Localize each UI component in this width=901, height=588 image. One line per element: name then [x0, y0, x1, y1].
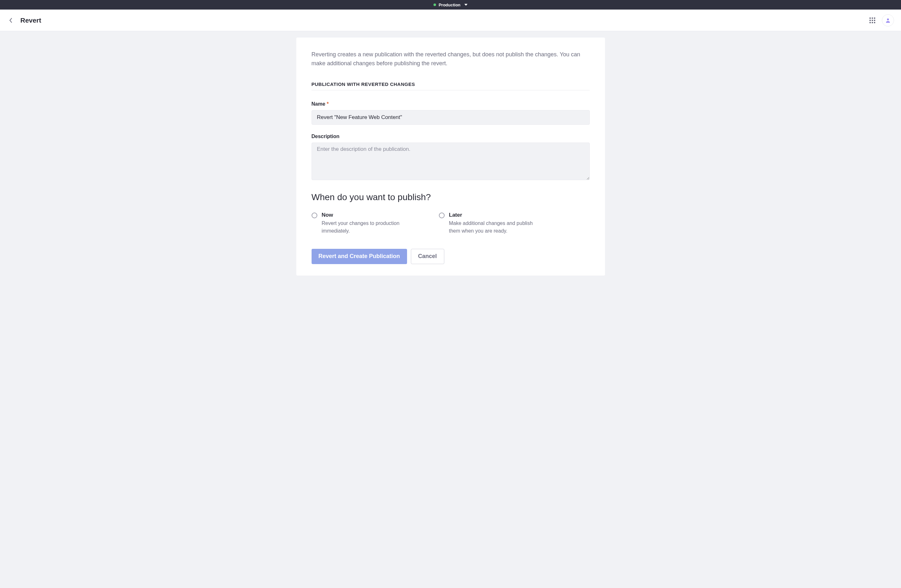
user-menu-button[interactable]: [882, 14, 894, 26]
name-label-text: Name: [312, 101, 326, 107]
required-mark: *: [327, 101, 329, 107]
cancel-button[interactable]: Cancel: [411, 249, 444, 264]
back-button[interactable]: [7, 17, 15, 24]
header-left: Revert: [7, 17, 41, 24]
name-label: Name *: [312, 101, 590, 107]
topbar: Production: [0, 0, 901, 9]
svg-rect-1: [872, 17, 873, 19]
header-right: [868, 14, 894, 26]
caret-down-icon: [465, 4, 468, 6]
form-actions: Revert and Create Publication Cancel: [312, 249, 590, 264]
main-content: Reverting creates a new publication with…: [0, 31, 901, 288]
description-textarea[interactable]: [312, 143, 590, 180]
name-input[interactable]: [312, 110, 590, 125]
publish-heading: When do you want to publish?: [312, 192, 590, 202]
section-header: PUBLICATION WITH REVERTED CHANGES: [312, 81, 590, 90]
page-header: Revert: [0, 9, 901, 31]
apps-grid-icon: [870, 17, 875, 23]
radio-now-text: Now Revert your changes to production im…: [322, 212, 410, 235]
svg-rect-4: [872, 20, 873, 21]
radio-now-input[interactable]: [312, 213, 317, 218]
page-title: Revert: [20, 17, 41, 24]
svg-rect-2: [874, 17, 875, 19]
radio-now-label: Now: [322, 212, 410, 218]
radio-later-label: Later: [449, 212, 538, 218]
svg-rect-3: [870, 20, 871, 21]
radio-later-input[interactable]: [439, 213, 444, 218]
svg-rect-7: [872, 22, 873, 23]
svg-point-9: [887, 19, 889, 20]
description-field-group: Description: [312, 134, 590, 181]
publish-radio-group: Now Revert your changes to production im…: [312, 212, 590, 235]
radio-now-desc: Revert your changes to production immedi…: [322, 219, 410, 235]
revert-create-button[interactable]: Revert and Create Publication: [312, 249, 407, 264]
svg-rect-6: [870, 22, 871, 23]
svg-rect-0: [870, 17, 871, 19]
intro-text: Reverting creates a new publication with…: [312, 50, 590, 68]
env-label: Production: [438, 3, 460, 7]
chevron-left-icon: [9, 18, 12, 23]
radio-later-desc: Make additional changes and publish them…: [449, 219, 538, 235]
status-dot-icon: [433, 3, 436, 6]
apps-menu-button[interactable]: [868, 17, 876, 24]
form-card: Reverting creates a new publication with…: [296, 37, 605, 275]
svg-rect-5: [874, 20, 875, 21]
env-selector[interactable]: Production: [433, 3, 468, 7]
user-icon: [885, 17, 891, 23]
description-label: Description: [312, 134, 590, 139]
radio-option-later[interactable]: Later Make additional changes and publis…: [439, 212, 538, 235]
name-field-group: Name *: [312, 101, 590, 125]
radio-later-text: Later Make additional changes and publis…: [449, 212, 538, 235]
radio-option-now[interactable]: Now Revert your changes to production im…: [312, 212, 410, 235]
svg-rect-8: [874, 22, 875, 23]
